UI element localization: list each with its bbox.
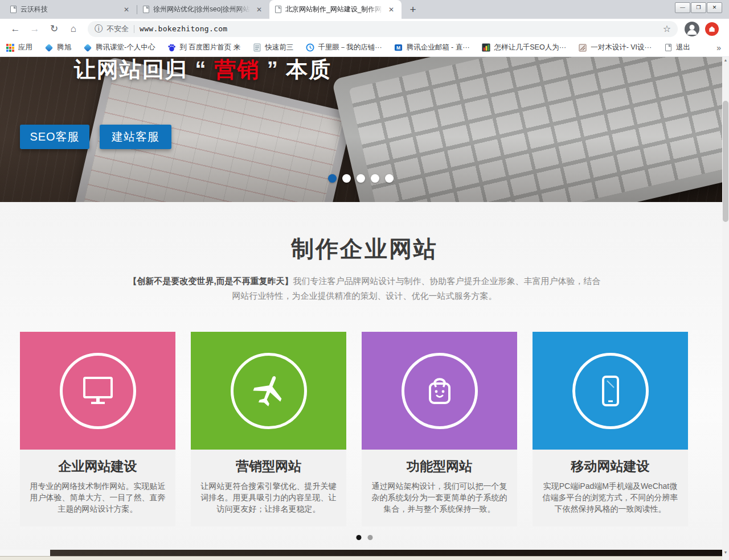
- section-intro: 【创新不是要改变世界,而是不再重复昨天】我们专注客户品牌网站设计与制作、协助客户…: [125, 274, 604, 303]
- minimize-button[interactable]: —: [675, 2, 690, 13]
- bookmark-label: 千里眼－我的店铺···: [318, 43, 382, 52]
- bookmark-tencent-exmail[interactable]: M 腾讯企业邮箱 - 直···: [394, 43, 470, 52]
- carousel-dot[interactable]: [328, 174, 337, 183]
- bookmark-apps[interactable]: 应用: [6, 43, 32, 52]
- bookmark-tengxu[interactable]: 腾旭: [44, 43, 71, 52]
- hero-banner: 让网站回归 “ 营销 ” 本质 SEO客服 建站客服: [0, 57, 729, 202]
- carousel-dot[interactable]: [385, 174, 394, 183]
- card-image-pink: [20, 332, 175, 450]
- window-bottom-strip: [0, 556, 729, 560]
- circle-outline: [231, 353, 307, 429]
- bookmarks-bar: 应用 腾旭 腾讯课堂-个人中心 到 百度图片首页 来 快速前三 千里眼－我的店铺…: [0, 39, 729, 57]
- bookmark-label: 到 百度图片首页 来: [179, 43, 240, 52]
- tab-xuzhou-seo[interactable]: 徐州网站优化|徐州seo|徐州网站 ✕: [137, 0, 269, 19]
- bookmark-qianliyan[interactable]: 千里眼－我的店铺···: [305, 43, 382, 52]
- url-bar[interactable]: ⓘ 不安全 www.bokezhitong.com ☆: [88, 21, 678, 37]
- info-icon[interactable]: ⓘ: [95, 24, 103, 34]
- cards-carousel-dots: [357, 535, 373, 540]
- chart-icon: [482, 43, 491, 52]
- card-title: 功能型网站: [368, 458, 510, 475]
- blue-diamond-icon: [83, 43, 92, 52]
- home-icon[interactable]: ⌂: [65, 21, 81, 37]
- bookmark-label: 快速前三: [265, 43, 293, 52]
- next-section-edge: [50, 550, 722, 556]
- scrollbar-thumb[interactable]: [723, 101, 728, 222]
- bookmark-kuaisu[interactable]: 快速前三: [252, 43, 293, 52]
- url-text[interactable]: www.bokezhitong.com: [140, 24, 227, 33]
- apps-grid-icon: [6, 43, 15, 52]
- tab-close-icon[interactable]: ✕: [255, 5, 264, 14]
- bookmark-seo-article[interactable]: 怎样让几千SEO人为···: [482, 43, 566, 52]
- card-title: 企业网站建设: [27, 458, 169, 475]
- document-icon: [252, 43, 261, 52]
- circle-outline: [402, 353, 478, 429]
- page-favicon-icon: [143, 6, 149, 13]
- card-title: 移动网站建设: [539, 458, 681, 475]
- scroll-down-arrow-icon[interactable]: ▼: [722, 549, 729, 556]
- scroll-up-arrow-icon[interactable]: ▲: [722, 57, 729, 64]
- card-mobile-website[interactable]: 移动网站建设 实现PC端iPad端M手机端及WeChat微信端多平台的浏览方式，…: [533, 332, 688, 526]
- vertical-scrollbar[interactable]: ▲ ▼: [722, 57, 729, 560]
- card-text-area: 移动网站建设 实现PC端iPad端M手机端及WeChat微信端多平台的浏览方式，…: [533, 450, 688, 526]
- tab-title: 云沃科技: [21, 5, 118, 14]
- tab-beijing-website-active[interactable]: 北京网站制作_网站建设_制作网 ✕: [269, 0, 402, 19]
- back-icon[interactable]: ←: [7, 21, 23, 37]
- bookmark-label: 一对木设计- VI设···: [591, 43, 652, 52]
- bookmark-tencent-classroom[interactable]: 腾讯课堂-个人中心: [83, 43, 155, 52]
- carousel-dot[interactable]: [357, 535, 362, 540]
- seo-service-button[interactable]: SEO客服: [20, 125, 89, 149]
- bookmark-label: 怎样让几千SEO人为···: [494, 43, 566, 52]
- profile-avatar[interactable]: [685, 22, 699, 36]
- circle-outline: [60, 353, 136, 429]
- hero-carousel-dots: [328, 174, 394, 183]
- carousel-dot[interactable]: [357, 174, 365, 183]
- tab-close-icon[interactable]: ✕: [387, 5, 396, 14]
- carousel-dot[interactable]: [342, 174, 351, 183]
- tab-title: 北京网站制作_网站建设_制作网: [285, 5, 383, 14]
- bookmark-exit[interactable]: 退出: [664, 43, 690, 52]
- reload-icon[interactable]: ↻: [46, 21, 62, 37]
- shopping-bag-icon: [421, 373, 458, 409]
- bookmark-label: 腾旭: [57, 43, 71, 52]
- bookmark-label: 腾讯企业邮箱 - 直···: [407, 43, 470, 52]
- bookmark-star-icon[interactable]: ☆: [663, 23, 671, 34]
- close-button[interactable]: ✕: [707, 2, 722, 13]
- tab-close-icon[interactable]: ✕: [122, 5, 131, 14]
- browser-brand-icon[interactable]: [705, 22, 719, 36]
- card-functional-website[interactable]: 功能型网站 通过网站架构设计，我们可以把一个复杂的系统划分为一套更简单的子系统的…: [362, 332, 517, 526]
- card-marketing-website[interactable]: 营销型网站 让网站更符合搜索引擎优化、提升关键词排名。用更具吸引力的内容呈现、让…: [191, 332, 346, 526]
- bookmark-yiduimu-design[interactable]: 一对木设计- VI设···: [578, 43, 652, 52]
- url-divider: [134, 25, 134, 33]
- monitor-icon: [79, 373, 117, 409]
- bookmark-baidu-images[interactable]: 到 百度图片首页 来: [167, 43, 240, 52]
- services-section: 制作企业网站 【创新不是要改变世界,而是不再重复昨天】我们专注客户品牌网站设计与…: [0, 202, 729, 550]
- card-image-purple: [362, 332, 517, 450]
- card-title: 营销型网站: [198, 458, 339, 475]
- bookmark-label: 应用: [18, 43, 32, 52]
- service-cards: 企业网站建设 用专业的网络技术制作网站。实现贴近用户体验、简单大方、一目了然、直…: [20, 332, 688, 526]
- baidu-paw-icon: [167, 43, 176, 52]
- card-description: 让网站更符合搜索引擎优化、提升关键词排名。用更具吸引力的内容呈现、让访问更友好；…: [198, 480, 339, 514]
- card-text-area: 企业网站建设 用专业的网络技术制作网站。实现贴近用户体验、简单大方、一目了然、直…: [20, 450, 175, 526]
- bookmarks-overflow-chevron[interactable]: »: [716, 43, 721, 52]
- page-favicon-icon: [275, 6, 281, 13]
- tab-yunwo[interactable]: 云沃科技 ✕: [5, 0, 137, 19]
- new-tab-button[interactable]: +: [405, 2, 421, 18]
- card-description: 实现PC端iPad端M手机端及WeChat微信端多平台的浏览方式，不同的分辨率下…: [539, 480, 681, 514]
- circle-outline: [572, 353, 649, 429]
- bookmark-label: 腾讯课堂-个人中心: [96, 43, 155, 52]
- build-service-button[interactable]: 建站客服: [100, 125, 171, 149]
- card-description: 通过网站架构设计，我们可以把一个复杂的系统划分为一套更简单的子系统的集合，并与整…: [368, 480, 510, 514]
- restore-button[interactable]: ❐: [691, 2, 706, 13]
- airplane-icon: [250, 372, 288, 410]
- quote-open: “: [195, 57, 207, 81]
- blue-diamond-icon: [44, 43, 54, 52]
- card-text-area: 功能型网站 通过网站架构设计，我们可以把一个复杂的系统划分为一套更简单的子系统的…: [362, 450, 517, 526]
- forward-icon[interactable]: →: [27, 21, 43, 37]
- carousel-dot[interactable]: [368, 535, 373, 540]
- card-corporate-website[interactable]: 企业网站建设 用专业的网络技术制作网站。实现贴近用户体验、简单大方、一目了然、直…: [20, 332, 175, 526]
- carousel-dot[interactable]: [371, 174, 379, 183]
- page-viewport: 让网站回归 “ 营销 ” 本质 SEO客服 建站客服 制作企业网站 【创新不是要…: [0, 57, 729, 560]
- hero-title-highlight: 营销: [214, 57, 260, 81]
- hero-title-suffix: 本质: [286, 57, 331, 81]
